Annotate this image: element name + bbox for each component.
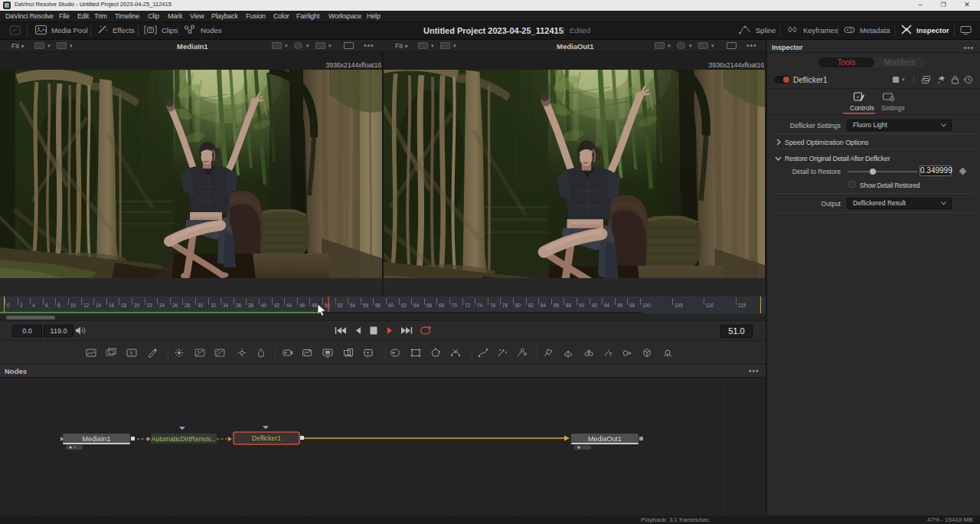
svg-text:AutomaticDirtRemov...: AutomaticDirtRemov...: [152, 435, 216, 443]
svg-text:T: T: [609, 351, 612, 358]
svg-text:T: T: [129, 350, 133, 357]
svg-text:Deflicker1: Deflicker1: [252, 434, 281, 442]
svg-text:MediaOut1: MediaOut1: [588, 435, 622, 443]
svg-text:MediaIn1: MediaIn1: [82, 435, 110, 443]
